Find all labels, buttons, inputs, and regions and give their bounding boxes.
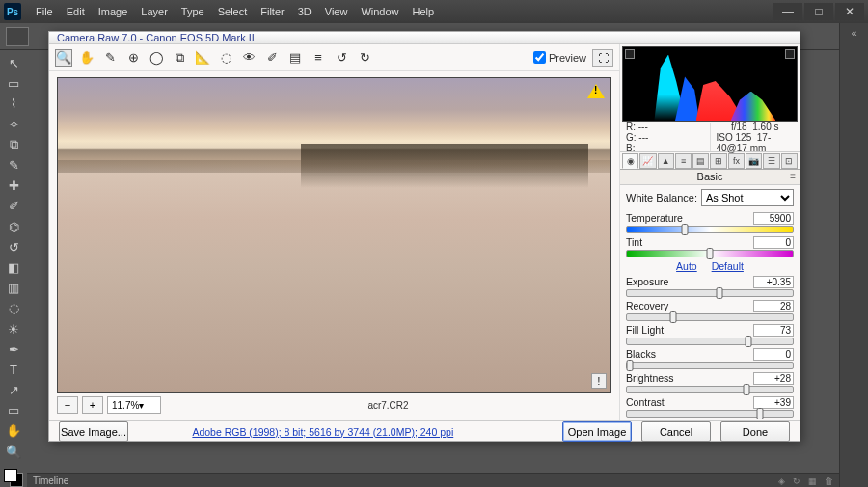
move-tool-icon[interactable]: ↖ bbox=[3, 54, 24, 72]
menu-help[interactable]: Help bbox=[406, 6, 442, 17]
window-maximize-icon[interactable]: □ bbox=[804, 3, 833, 20]
shadow-clipping-icon[interactable] bbox=[625, 49, 635, 59]
acr-crop-tool-icon[interactable]: ⧉ bbox=[171, 49, 188, 67]
open-image-button[interactable]: Open Image bbox=[562, 421, 632, 442]
menu-edit[interactable]: Edit bbox=[60, 6, 92, 17]
acr-rotate-cw-icon[interactable]: ↻ bbox=[356, 49, 373, 67]
histogram[interactable] bbox=[622, 46, 798, 122]
acr-color-sampler-icon[interactable]: ⊕ bbox=[124, 49, 142, 67]
lasso-tool-icon[interactable]: ⌇ bbox=[3, 95, 24, 113]
save-image-button[interactable]: Save Image... bbox=[59, 421, 128, 442]
acr-redeye-tool-icon[interactable]: 👁 bbox=[240, 49, 258, 67]
cancel-button[interactable]: Cancel bbox=[641, 421, 711, 442]
filllight-value[interactable]: 73 bbox=[753, 324, 794, 337]
temperature-slider[interactable] bbox=[626, 226, 794, 233]
menu-filter[interactable]: Filter bbox=[254, 6, 290, 17]
foreground-color-swatch[interactable] bbox=[4, 469, 17, 482]
done-button[interactable]: Done bbox=[720, 421, 790, 442]
timeline-panel[interactable]: Timeline ◈ ↻ ▦ 🗑 bbox=[27, 473, 839, 487]
blacks-value[interactable]: 0 bbox=[753, 348, 794, 361]
acr-adjustment-brush-icon[interactable]: ✐ bbox=[263, 49, 281, 67]
default-link[interactable]: Default bbox=[712, 260, 744, 272]
menu-type[interactable]: Type bbox=[175, 6, 211, 17]
image-preview[interactable]: ! bbox=[57, 77, 611, 393]
timeline-icon[interactable]: ▦ bbox=[808, 476, 817, 486]
acr-hand-tool-icon[interactable]: ✋ bbox=[78, 49, 95, 67]
acr-spot-tool-icon[interactable]: ◌ bbox=[217, 49, 234, 67]
menu-layer[interactable]: Layer bbox=[134, 6, 175, 17]
highlight-clipping-icon[interactable] bbox=[785, 49, 795, 59]
tab-basic[interactable]: ◉ bbox=[622, 153, 638, 169]
expand-panels-icon[interactable]: « bbox=[840, 23, 868, 42]
exposure-value[interactable]: +0.35 bbox=[753, 276, 794, 288]
brush-tool-icon[interactable]: ✐ bbox=[3, 197, 24, 215]
filllight-slider[interactable] bbox=[626, 338, 794, 345]
mark-button[interactable]: ! bbox=[591, 373, 607, 389]
hand-tool-icon[interactable]: ✋ bbox=[3, 421, 24, 440]
recovery-slider[interactable] bbox=[626, 313, 794, 321]
marquee-tool-icon[interactable]: ▭ bbox=[3, 74, 24, 93]
tab-split[interactable]: ▤ bbox=[692, 153, 709, 169]
dodge-tool-icon[interactable]: ☀ bbox=[3, 319, 24, 338]
tab-curve[interactable]: 📈 bbox=[639, 153, 656, 169]
window-close-icon[interactable]: ✕ bbox=[835, 3, 864, 20]
acr-wb-tool-icon[interactable]: ✎ bbox=[101, 49, 119, 67]
crop-tool-icon[interactable]: ⧉ bbox=[3, 136, 24, 154]
tool-preset-icon[interactable] bbox=[6, 27, 29, 46]
pen-tool-icon[interactable]: ✒ bbox=[3, 340, 24, 359]
timeline-icon[interactable]: ↻ bbox=[793, 476, 800, 486]
menu-window[interactable]: Window bbox=[354, 6, 405, 17]
acr-zoom-tool-icon[interactable]: 🔍 bbox=[55, 49, 72, 67]
color-swatches[interactable] bbox=[4, 469, 23, 487]
zoom-in-button[interactable]: + bbox=[82, 396, 103, 414]
contrast-slider[interactable] bbox=[626, 410, 794, 418]
gradient-tool-icon[interactable]: ▥ bbox=[3, 279, 24, 297]
timeline-trash-icon[interactable]: 🗑 bbox=[825, 476, 833, 486]
tab-detail[interactable]: ▲ bbox=[658, 153, 674, 169]
fullscreen-toggle-icon[interactable]: ⛶ bbox=[592, 49, 613, 67]
wand-tool-icon[interactable]: ✧ bbox=[3, 116, 24, 134]
tab-hsl[interactable]: ≡ bbox=[675, 153, 692, 169]
menu-view[interactable]: View bbox=[318, 6, 355, 17]
preview-checkbox[interactable]: Preview bbox=[533, 51, 586, 64]
brightness-slider[interactable] bbox=[626, 386, 794, 393]
temperature-value[interactable]: 5900 bbox=[753, 212, 794, 225]
workflow-options-link[interactable]: Adobe RGB (1998); 8 bit; 5616 by 3744 (2… bbox=[192, 426, 453, 438]
menu-image[interactable]: Image bbox=[92, 6, 135, 17]
tint-value[interactable]: 0 bbox=[753, 236, 794, 249]
heal-tool-icon[interactable]: ✚ bbox=[3, 176, 24, 195]
eyedropper-tool-icon[interactable]: ✎ bbox=[3, 156, 24, 175]
shape-tool-icon[interactable]: ▭ bbox=[3, 401, 24, 419]
zoom-out-button[interactable]: − bbox=[57, 396, 78, 414]
preview-checkbox-input[interactable] bbox=[533, 51, 546, 64]
acr-target-adjust-icon[interactable]: ◯ bbox=[148, 49, 165, 67]
tab-lens[interactable]: ⊞ bbox=[710, 153, 726, 169]
acr-rotate-ccw-icon[interactable]: ↺ bbox=[333, 49, 350, 67]
blur-tool-icon[interactable]: ◌ bbox=[3, 299, 24, 317]
tab-fx[interactable]: fx bbox=[728, 153, 745, 169]
exposure-slider[interactable] bbox=[626, 289, 794, 297]
acr-straighten-tool-icon[interactable]: 📐 bbox=[194, 49, 211, 67]
tint-slider[interactable] bbox=[626, 250, 794, 257]
menu-file[interactable]: File bbox=[29, 6, 60, 17]
brightness-value[interactable]: +28 bbox=[753, 372, 794, 385]
tab-snapshots[interactable]: ⊡ bbox=[781, 153, 798, 169]
window-minimize-icon[interactable]: — bbox=[773, 3, 802, 20]
auto-link[interactable]: Auto bbox=[676, 260, 697, 272]
history-brush-tool-icon[interactable]: ↺ bbox=[3, 238, 24, 257]
zoom-tool-icon[interactable]: 🔍 bbox=[3, 443, 24, 461]
panel-menu-icon[interactable]: ≡ bbox=[790, 171, 796, 181]
menu-select[interactable]: Select bbox=[211, 6, 255, 17]
stamp-tool-icon[interactable]: ⌬ bbox=[3, 218, 24, 236]
acr-graduated-filter-icon[interactable]: ▤ bbox=[286, 49, 304, 67]
white-balance-select[interactable]: As Shot bbox=[701, 189, 794, 206]
highlight-clipping-warning-icon[interactable] bbox=[587, 84, 605, 98]
acr-prefs-icon[interactable]: ≡ bbox=[310, 49, 327, 67]
eraser-tool-icon[interactable]: ◧ bbox=[3, 258, 24, 277]
tab-camera[interactable]: 📷 bbox=[746, 153, 762, 169]
type-tool-icon[interactable]: T bbox=[3, 361, 24, 379]
menu-3d[interactable]: 3D bbox=[291, 6, 318, 17]
recovery-value[interactable]: 28 bbox=[753, 300, 794, 312]
timeline-icon[interactable]: ◈ bbox=[778, 476, 785, 486]
blacks-slider[interactable] bbox=[626, 362, 794, 369]
